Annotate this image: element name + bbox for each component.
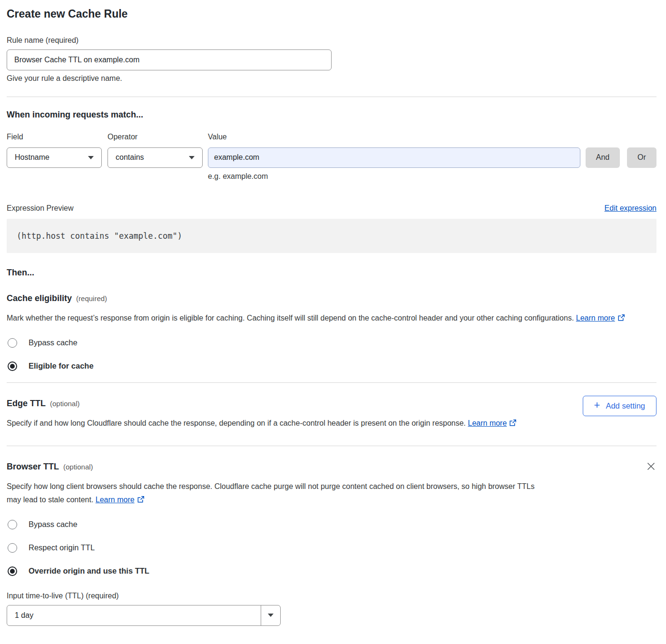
edge-ttl-section-header: Edge TTL (optional) Specify if and how l… [7,396,656,430]
operator-select-value: contains [116,153,144,162]
section-divider [7,446,656,446]
browser-ttl-text-block: Browser TTL (optional) Specify how long … [7,459,646,507]
ttl-select-value: 1 day [7,605,261,625]
browser-ttl-description: Specify how long client browsers should … [7,480,535,507]
radio-button-icon[interactable] [8,338,17,348]
rule-name-help: Give your rule a descriptive name. [7,74,656,83]
ttl-input-label: Input time-to-live (TTL) (required) [7,592,656,600]
radio-label: Eligible for cache [29,361,94,371]
match-heading: When incoming requests match... [7,110,656,120]
operator-label: Operator [108,133,208,141]
match-column-labels: Field Operator Value [7,133,656,141]
field-label: Field [7,133,108,141]
dropdown-arrow-icon [189,156,195,159]
edge-ttl-description-text: Specify if and how long Cloudflare shoul… [7,419,466,427]
cache-eligibility-description: Mark whether the request’s response from… [7,312,646,325]
browser-ttl-title: Browser TTL [7,462,59,472]
plus-icon: + [594,400,600,410]
browser-ttl-learn-more-link[interactable]: Learn more [96,496,135,504]
then-heading: Then... [7,268,656,278]
radio-row-bypass-cache[interactable]: Bypass cache [8,338,78,348]
expression-preview-row: Expression Preview Edit expression [7,204,656,213]
remove-browser-ttl-button[interactable] [646,461,656,472]
edge-ttl-description: Specify if and how long Cloudflare shoul… [7,417,542,430]
radio-label: Respect origin TTL [29,543,95,552]
edit-expression-link[interactable]: Edit expression [605,204,656,213]
radio-row-respect-origin-ttl[interactable]: Respect origin TTL [8,543,95,553]
external-link-icon [617,314,625,322]
radio-label: Bypass cache [29,520,78,529]
add-setting-button[interactable]: + Add setting [583,396,656,416]
page-title: Create new Cache Rule [7,8,656,21]
rule-name-label: Rule name (required) [7,36,656,45]
browser-ttl-description-text: Specify how long client browsers should … [7,482,535,504]
browser-ttl-qualifier: (optional) [63,463,93,471]
radio-row-browser-bypass-cache[interactable]: Bypass cache [8,520,78,529]
add-setting-label: Add setting [606,401,645,410]
cache-eligibility-heading-row: Cache eligibility (required) [7,293,656,303]
expression-preview-label: Expression Preview [7,204,74,213]
cache-eligibility-qualifier: (required) [76,294,107,302]
browser-ttl-section-header: Browser TTL (optional) Specify how long … [7,459,656,507]
dropdown-arrow-icon [88,156,94,159]
ttl-select[interactable]: 1 day [7,605,281,626]
or-button[interactable]: Or [627,147,656,168]
match-condition-row: Hostname contains And Or [7,147,656,168]
close-icon [646,462,656,471]
section-divider [7,382,656,383]
radio-button-icon[interactable] [8,543,17,553]
and-button[interactable]: And [586,147,620,168]
radio-row-override-origin-ttl[interactable]: Override origin and use this TTL [8,566,149,576]
value-input[interactable] [208,147,580,168]
value-helper-text: e.g. example.com [208,172,656,181]
radio-label: Override origin and use this TTL [29,566,149,576]
expression-code: (http.host contains "example.com") [7,219,656,253]
cache-eligibility-title: Cache eligibility [7,293,72,303]
value-label: Value [208,133,227,141]
edge-ttl-heading-row: Edge TTL (optional) [7,399,583,409]
edge-ttl-title: Edge TTL [7,399,46,409]
browser-ttl-heading-row: Browser TTL (optional) [7,462,646,472]
operator-select[interactable]: contains [108,147,203,168]
field-select[interactable]: Hostname [7,147,102,168]
field-select-value: Hostname [15,153,49,162]
edge-ttl-qualifier: (optional) [50,400,80,408]
cache-eligibility-description-text: Mark whether the request’s response from… [7,314,574,322]
radio-row-eligible-for-cache[interactable]: Eligible for cache [8,361,94,371]
ttl-select-arrow-segment[interactable] [261,605,280,625]
cache-eligibility-learn-more-link[interactable]: Learn more [576,314,615,322]
section-divider [7,97,656,97]
radio-button-icon[interactable] [8,520,17,529]
radio-button-icon[interactable] [8,566,17,576]
external-link-icon [509,419,517,427]
create-cache-rule-form: Create new Cache Rule Rule name (require… [0,0,666,637]
edge-ttl-text-block: Edge TTL (optional) Specify if and how l… [7,396,583,430]
radio-button-icon[interactable] [8,361,17,371]
dropdown-arrow-icon [268,614,274,617]
radio-label: Bypass cache [29,338,78,347]
rule-name-input[interactable] [7,49,332,70]
edge-ttl-learn-more-link[interactable]: Learn more [468,419,507,427]
external-link-icon [137,496,145,503]
